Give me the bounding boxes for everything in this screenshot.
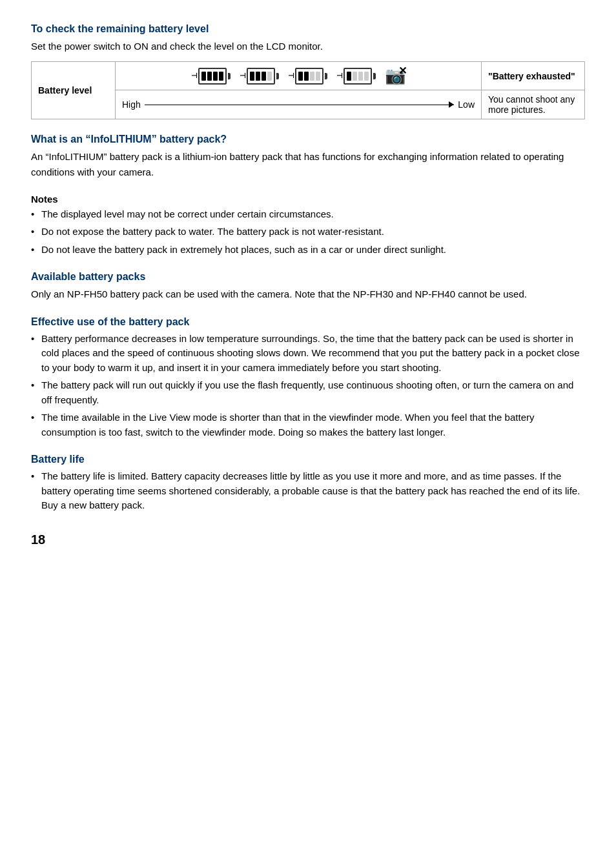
batt-seg-2-2 — [256, 72, 260, 81]
batt-seg-1-2 — [207, 72, 212, 81]
page-number: 18 — [31, 532, 585, 547]
battery-exhausted-icon: 📷✕ — [385, 66, 406, 86]
battery-icon-1bar: ⊣ — [336, 68, 376, 85]
battery-icon-3bars: ⊣ — [240, 68, 279, 85]
batt-seg-4-4 — [364, 72, 369, 81]
batt-terminal-2 — [276, 73, 279, 79]
batt-terminal-4 — [373, 73, 376, 79]
list-item: Battery performance decreases in low tem… — [31, 332, 585, 376]
exhausted-sub-cell: You cannot shoot any more pictures. — [482, 90, 585, 119]
batt-seg-4-2 — [353, 72, 357, 81]
batt-seg-3-4 — [316, 72, 320, 81]
batt-seg-3-3 — [310, 72, 314, 81]
exhausted-sub-text: You cannot shoot any more pictures. — [488, 94, 575, 115]
batt-seg-3-2 — [304, 72, 309, 81]
exhausted-title: "Battery exhausted" — [488, 71, 578, 81]
batt-seg-1-4 — [219, 72, 223, 81]
batt-seg-3-1 — [298, 72, 303, 81]
low-label: Low — [458, 99, 475, 110]
exhausted-cross: ✕ — [398, 65, 407, 77]
battery-icons-row: ⊣ ⊣ — [122, 66, 475, 86]
batt-terminal-3 — [325, 73, 327, 79]
arrow-bar — [145, 105, 455, 106]
batt-body-2 — [247, 68, 275, 85]
exhausted-label-cell: "Battery exhausted" — [482, 62, 585, 90]
batt-body-1 — [198, 68, 227, 85]
battery-icons-cell: ⊣ ⊣ — [116, 62, 482, 90]
batt-body-4 — [344, 68, 372, 85]
batt-seg-2-3 — [262, 72, 266, 81]
check-battery-section: To check the remaining battery level Set… — [31, 23, 585, 119]
plug-symbol-3: ⊣ — [288, 72, 294, 80]
batt-seg-1-1 — [201, 72, 206, 81]
plug-symbol-1: ⊣ — [191, 72, 198, 80]
battery-icon-2bars: ⊣ — [288, 68, 327, 85]
list-item: The displayed level may not be correct u… — [31, 207, 585, 222]
effective-use-list: Battery performance decreases in low tem… — [31, 332, 585, 440]
battery-life-title: Battery life — [31, 454, 585, 465]
batt-seg-4-1 — [347, 72, 351, 81]
high-label: High — [122, 99, 141, 110]
battery-level-table: Battery level ⊣ — [31, 61, 585, 119]
batt-terminal-1 — [228, 73, 231, 79]
available-packs-section: Available battery packs Only an NP-FH50 … — [31, 271, 585, 301]
check-battery-title: To check the remaining battery level — [31, 23, 585, 35]
high-low-arrow: High Low — [122, 99, 475, 110]
check-battery-subtitle: Set the power switch to ON and check the… — [31, 39, 585, 54]
batt-seg-2-4 — [267, 72, 272, 81]
list-item: Do not expose the battery pack to water.… — [31, 225, 585, 239]
table-row-icons: Battery level ⊣ — [32, 62, 585, 90]
batt-seg-4-3 — [358, 72, 363, 81]
plug-symbol-2: ⊣ — [240, 72, 246, 80]
notes-section: Notes The displayed level may not be cor… — [31, 194, 585, 257]
batt-seg-1-3 — [213, 72, 218, 81]
list-item: Do not leave the battery pack in extreme… — [31, 243, 585, 257]
effective-use-title: Effective use of the battery pack — [31, 316, 585, 328]
plug-symbol-4: ⊣ — [336, 72, 343, 80]
batt-seg-2-1 — [250, 72, 254, 81]
list-item: The battery pack will run out quickly if… — [31, 378, 585, 407]
battery-icon-full: ⊣ — [191, 68, 231, 85]
list-item: The time available in the Live View mode… — [31, 410, 585, 439]
available-packs-body: Only an NP-FH50 battery pack can be used… — [31, 287, 585, 301]
infoLITHIUM-body: An “InfoLITHIUM” battery pack is a lithi… — [31, 149, 585, 179]
list-item: The battery life is limited. Battery cap… — [31, 469, 585, 513]
notes-list: The displayed level may not be correct u… — [31, 207, 585, 257]
battery-life-list: The battery life is limited. Battery cap… — [31, 469, 585, 513]
infoLITHIUM-section: What is an “InfoLITHIUM” battery pack? A… — [31, 134, 585, 179]
battery-arrow-cell: High Low — [116, 90, 482, 119]
battery-level-label: Battery level — [32, 62, 116, 119]
infoLITHIUM-title: What is an “InfoLITHIUM” battery pack? — [31, 134, 585, 145]
notes-title: Notes — [31, 194, 585, 205]
available-packs-title: Available battery packs — [31, 271, 585, 283]
batt-body-3 — [295, 68, 323, 85]
effective-use-section: Effective use of the battery pack Batter… — [31, 316, 585, 440]
battery-life-section: Battery life The battery life is limited… — [31, 454, 585, 513]
